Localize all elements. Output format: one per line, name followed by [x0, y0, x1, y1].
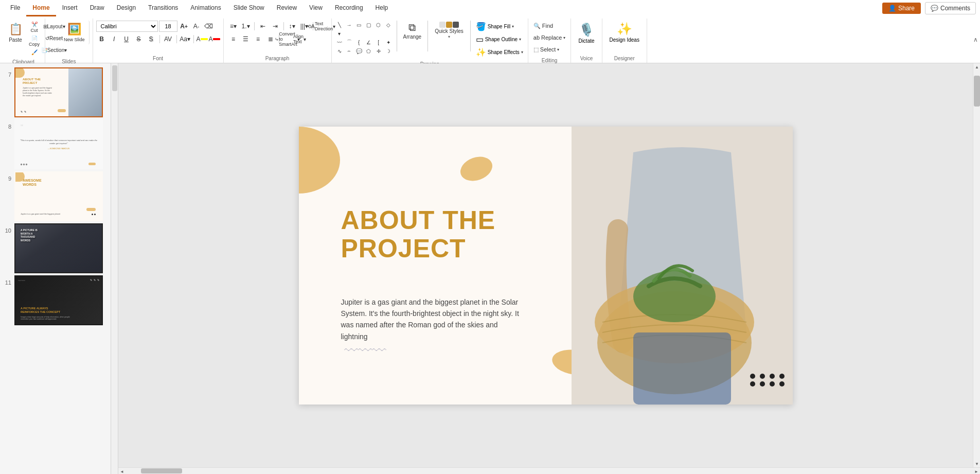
- dictate-button[interactable]: 🎙️ Dictate: [574, 21, 598, 46]
- vscroll-down-button[interactable]: ▼: [973, 460, 980, 467]
- tab-slideshow[interactable]: Slide Show: [227, 0, 271, 16]
- char-spacing-button[interactable]: AV: [163, 33, 174, 45]
- slide-body-text[interactable]: Jupiter is a gas giant and the biggest p…: [341, 296, 526, 343]
- align-center-button[interactable]: ☰: [240, 33, 252, 45]
- copy-button[interactable]: 📄 Copy: [27, 34, 42, 48]
- hscroll-left-button[interactable]: ◄: [118, 468, 126, 474]
- slide-item-8[interactable]: 8 " "This is a quote, words full of wisd…: [0, 118, 118, 170]
- tab-animations[interactable]: Animations: [184, 0, 227, 16]
- font-family-select[interactable]: Calibri: [96, 21, 158, 32]
- shape-brace[interactable]: {: [354, 38, 364, 46]
- shape-wave[interactable]: ∿: [335, 47, 344, 55]
- shape-effects-button[interactable]: ✨ Shape Effects ▾: [474, 46, 525, 58]
- shape-rect[interactable]: ▭: [354, 21, 364, 29]
- shape-fill-button[interactable]: 🪣 Shape Fill ▾: [474, 21, 525, 32]
- format-painter-button[interactable]: 🖌️: [27, 48, 42, 56]
- slide-panel-scrollbar[interactable]: [111, 63, 118, 474]
- slide-main-title[interactable]: ABOUT THE PROJECT: [341, 206, 537, 263]
- shape-curved[interactable]: ⌢: [345, 47, 354, 55]
- numbering-button[interactable]: 1.▾: [240, 21, 252, 32]
- section-button[interactable]: 📑 Section ▾: [48, 44, 60, 56]
- shape-line[interactable]: ╲: [335, 21, 344, 29]
- underline-button[interactable]: U: [121, 33, 132, 45]
- vscroll-up-button[interactable]: ▲: [973, 63, 980, 71]
- clear-format-button[interactable]: ⌫: [203, 21, 215, 32]
- canvas-vscroll[interactable]: ▲ ▼: [973, 63, 980, 467]
- tab-help[interactable]: Help: [369, 0, 395, 16]
- find-button[interactable]: 🔍 Find: [531, 21, 555, 31]
- italic-button[interactable]: I: [109, 33, 120, 45]
- shape-moon[interactable]: ☽: [384, 47, 393, 55]
- paste-button[interactable]: 📋 Paste: [5, 21, 26, 45]
- shape-callout[interactable]: 💬: [354, 47, 364, 55]
- justify-button[interactable]: ≣: [265, 33, 276, 45]
- shape-more[interactable]: ▾: [335, 29, 344, 38]
- reset-button[interactable]: ↺ Reset: [48, 32, 60, 44]
- shape-diamond[interactable]: ◇: [384, 21, 393, 29]
- slide-canvas[interactable]: ABOUT THE PROJECT Jupiter is a gas giant…: [299, 127, 793, 405]
- new-slide-button[interactable]: 🖼️ New Slide: [61, 21, 90, 44]
- font-color-button[interactable]: A: [209, 33, 220, 45]
- slide-thumb-11[interactable]: 〰〰 A PICTURE ALWAYSREINFORCES THE CONCEP…: [14, 275, 103, 325]
- shape-outline-button[interactable]: ▭ Shape Outline ▾: [474, 33, 525, 45]
- shadow-button[interactable]: S: [146, 33, 157, 45]
- tab-view[interactable]: View: [303, 0, 329, 16]
- highlight-button[interactable]: A: [197, 33, 208, 45]
- slide-thumb-10[interactable]: A PICTURE ISWORTH ATHOUSANDWORDS: [14, 223, 103, 273]
- shape-rounded-rect[interactable]: ▢: [364, 21, 373, 29]
- shape-arrow[interactable]: →: [345, 21, 354, 29]
- canvas-area[interactable]: ABOUT THE PROJECT Jupiter is a gas giant…: [118, 63, 973, 467]
- slide-item-7[interactable]: 7 ABOUT THE PROJECT Jupiter is a gas gia…: [0, 66, 118, 118]
- tab-home[interactable]: Home: [26, 0, 56, 16]
- font-size-input[interactable]: [159, 21, 177, 32]
- slide-thumb-9[interactable]: AWESOMEWORDS Jupiter is a gas giant and …: [14, 171, 103, 221]
- hscroll-thumb[interactable]: [141, 468, 182, 473]
- shape-angle[interactable]: ∠: [364, 38, 373, 46]
- strikethrough-button[interactable]: S: [133, 33, 145, 45]
- align-right-button[interactable]: ≡: [253, 33, 264, 45]
- tab-review[interactable]: Review: [271, 0, 303, 16]
- share-button[interactable]: 👤 Share: [882, 3, 921, 14]
- smartart-button[interactable]: ⤷ Convert to SmartArt▾: [282, 33, 293, 45]
- quick-styles-button[interactable]: Quick Styles ▾: [432, 21, 467, 40]
- select-button[interactable]: ⬚ Select ▾: [531, 44, 562, 55]
- tab-draw[interactable]: Draw: [84, 0, 111, 16]
- shape-star[interactable]: ✦: [384, 38, 393, 46]
- decrease-font-button[interactable]: A-: [191, 21, 202, 32]
- shape-pentagon[interactable]: ⬠: [364, 47, 373, 55]
- increase-indent-button[interactable]: ⇥: [270, 21, 281, 32]
- slide-item-11[interactable]: 11 〰〰 A PICTURE ALWAYSREINFORCES THE CON…: [0, 274, 118, 326]
- tab-file[interactable]: File: [4, 0, 26, 16]
- hscroll-right-button[interactable]: ►: [973, 468, 980, 474]
- tab-design[interactable]: Design: [111, 0, 142, 16]
- shape-bracket[interactable]: [: [374, 38, 383, 46]
- tab-insert[interactable]: Insert: [56, 0, 84, 16]
- shape-plus[interactable]: ✛: [374, 47, 383, 55]
- tab-transitions[interactable]: Transitions: [142, 0, 184, 16]
- arrange-button[interactable]: ⧉ Arrange: [401, 21, 424, 41]
- tab-recording[interactable]: Recording: [329, 0, 369, 16]
- bullets-button[interactable]: ≡▾: [228, 21, 239, 32]
- align-text-button[interactable]: Align Text▾: [294, 33, 306, 45]
- shape-snip-rect[interactable]: ⬡: [374, 21, 383, 29]
- design-ideas-button[interactable]: ✨ Design Ideas: [605, 21, 644, 44]
- cut-button[interactable]: ✂️ Cut: [27, 21, 42, 34]
- line-spacing-button[interactable]: ↕▾: [287, 21, 298, 32]
- increase-font-button[interactable]: A+: [179, 21, 190, 32]
- text-direction-button[interactable]: ⟲A Text Direction▾: [316, 21, 327, 32]
- align-left-button[interactable]: ≡: [228, 33, 239, 45]
- shape-freeform[interactable]: 〰: [335, 38, 344, 46]
- bold-button[interactable]: B: [96, 33, 108, 45]
- ribbon-collapse-button[interactable]: ∧: [973, 36, 978, 43]
- decrease-indent-button[interactable]: ⇤: [257, 21, 269, 32]
- vscroll-thumb[interactable]: [974, 76, 980, 107]
- slide-thumb-8[interactable]: " "This is a quote, words full of wisdom…: [14, 119, 103, 169]
- replace-button[interactable]: ab Replace ▾: [531, 32, 568, 43]
- change-case-button[interactable]: Aa▾: [180, 33, 191, 45]
- slide-item-9[interactable]: 9 AWESOMEWORDS Jupiter is a gas giant an…: [0, 170, 118, 222]
- layout-button[interactable]: ⊞ Layout ▾: [48, 21, 60, 32]
- comments-button[interactable]: 💬 Comments: [925, 2, 976, 14]
- shape-connector[interactable]: ⌒: [345, 38, 354, 46]
- slide-thumb-7[interactable]: ABOUT THE PROJECT Jupiter is a gas giant…: [14, 67, 103, 117]
- canvas-hscroll[interactable]: ◄ ►: [118, 467, 980, 474]
